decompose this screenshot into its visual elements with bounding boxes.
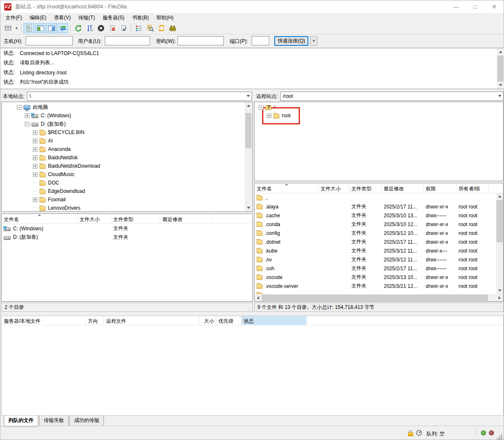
tree-item[interactable]: 此电脑: [2, 103, 252, 111]
column-header[interactable]: 最近修改: [382, 183, 424, 193]
minimize-button[interactable]: —: [447, 0, 466, 13]
tree-item[interactable]: AI: [2, 137, 252, 145]
column-header[interactable]: 最近修改: [160, 214, 212, 224]
queue-column-header[interactable]: 优先级: [216, 316, 241, 325]
expand-icon[interactable]: [33, 172, 37, 177]
filter-button[interactable]: [133, 23, 144, 33]
scroll-down-icon[interactable]: [497, 82, 504, 89]
collapse-icon[interactable]: [259, 105, 263, 110]
collapse-icon[interactable]: [17, 105, 21, 110]
tree-item[interactable]: DOC: [2, 179, 252, 187]
expand-icon[interactable]: [267, 113, 271, 118]
table-row[interactable]: .ssh文件夹2025/2/17 11...drwx------root roo…: [255, 264, 503, 273]
tree-item[interactable]: EdgeDowndload: [2, 187, 252, 195]
menu-item[interactable]: 编辑(E): [26, 13, 50, 23]
tree-item[interactable]: D: (新加卷): [2, 120, 252, 128]
chevron-down-icon[interactable]: [498, 95, 501, 97]
log-scrollbar[interactable]: [497, 48, 504, 89]
log-scrollbar-thumb[interactable]: [497, 55, 504, 82]
cancel-button[interactable]: [95, 23, 106, 33]
maximize-button[interactable]: □: [466, 0, 485, 13]
menu-item[interactable]: 服务器(S): [99, 13, 128, 23]
site-manager-dropdown-button[interactable]: ▼: [14, 23, 19, 33]
tree-item[interactable]: Anaconda: [2, 145, 252, 153]
menu-item[interactable]: 书签(B): [128, 13, 153, 23]
column-header[interactable]: 文件大小: [318, 183, 349, 193]
scroll-right-icon[interactable]: [496, 294, 503, 301]
close-button[interactable]: ✕: [485, 0, 504, 13]
local-tree-toggle-button[interactable]: [35, 23, 45, 33]
table-row[interactable]: .vscode文件夹2025/3/13 10...drwxr-xr-xroot …: [255, 273, 503, 282]
local-tree-scrollbar[interactable]: [245, 102, 252, 211]
expand-icon[interactable]: [33, 130, 37, 135]
tree-item[interactable]: Foxmail: [2, 195, 252, 204]
port-input[interactable]: [252, 36, 269, 45]
refresh-button[interactable]: [73, 23, 83, 33]
menu-item[interactable]: 查看(V): [50, 13, 74, 23]
column-header[interactable]: 文件类型: [349, 183, 382, 193]
scrollbar-thumb[interactable]: [262, 295, 488, 301]
column-header[interactable]: 权限: [424, 183, 456, 193]
table-row[interactable]: .vscode-server文件夹2025/3/21 12...drwxr-xr…: [255, 282, 503, 290]
reconnect-button[interactable]: [118, 23, 129, 33]
queue-column-header[interactable]: 大小: [199, 316, 216, 325]
table-row[interactable]: .config文件夹2025/3/12 10...drwxr-xr-xroot …: [255, 229, 503, 237]
scroll-up-icon[interactable]: [496, 193, 503, 200]
menu-item[interactable]: 传输(T): [74, 13, 98, 23]
resize-grip[interactable]: [501, 438, 502, 440]
tree-item[interactable]: C: (Windows): [2, 111, 252, 120]
scroll-down-icon[interactable]: [496, 287, 503, 294]
column-header[interactable]: 文件名: [255, 183, 318, 193]
disconnect-button[interactable]: [107, 23, 117, 33]
tree-item[interactable]: BaiduNetdiskDownload: [2, 162, 252, 170]
remote-list-scrollbar[interactable]: [496, 193, 503, 294]
tree-item[interactable]: /: [255, 103, 503, 111]
menu-item[interactable]: 帮助(H): [153, 13, 178, 23]
scroll-up-icon[interactable]: [245, 102, 252, 109]
table-row[interactable]: .alaya文件夹2025/2/17 11...drwxr-xr-xroot r…: [255, 202, 503, 211]
tree-item[interactable]: CloudMusic: [2, 170, 252, 179]
tree-item[interactable]: LenovoDrivers: [2, 204, 252, 212]
directory-comparison-button[interactable]: [145, 23, 155, 33]
scroll-left-icon[interactable]: [255, 294, 262, 301]
collapse-icon[interactable]: [25, 122, 29, 126]
column-header[interactable]: 文件类型: [111, 214, 160, 224]
site-manager-button[interactable]: [3, 23, 13, 33]
tree-item[interactable]: BaiduNetdisk: [2, 153, 252, 162]
scroll-down-icon[interactable]: [245, 204, 252, 211]
queue-column-header[interactable]: 远程文件: [104, 316, 199, 325]
queue-column-header[interactable]: 服务器/本地文件: [2, 316, 86, 325]
table-row[interactable]: ..: [255, 193, 503, 202]
transfer-queue-toggle-button[interactable]: [58, 23, 68, 33]
column-header[interactable]: 文件名: [2, 214, 77, 224]
table-row[interactable]: .dotnet文件夹2025/2/17 11...drwxr-xr-xroot …: [255, 237, 503, 246]
local-tree-scrollbar-thumb[interactable]: [245, 113, 252, 148]
expand-icon[interactable]: [33, 164, 37, 169]
scroll-up-icon[interactable]: [497, 48, 504, 55]
expand-icon[interactable]: [33, 139, 37, 143]
tab-successful-transfers[interactable]: 成功的传输: [69, 416, 104, 426]
column-header[interactable]: [489, 183, 503, 193]
message-log-toggle-button[interactable]: [24, 23, 34, 33]
remote-tree-toggle-button[interactable]: [46, 23, 57, 33]
username-input[interactable]: [105, 36, 150, 45]
table-row[interactable]: D: (新加卷)文件夹: [2, 233, 252, 242]
tab-failed-transfers[interactable]: 传输失败: [39, 416, 69, 426]
menu-item[interactable]: 文件(F): [2, 13, 26, 23]
process-queue-button[interactable]: [84, 23, 95, 33]
remote-site-combobox[interactable]: /root: [280, 92, 504, 101]
table-row[interactable]: .kube文件夹2025/3/12 11...drwxr-x---root ro…: [255, 246, 503, 255]
queue-column-header[interactable]: 状态: [241, 316, 307, 325]
table-row[interactable]: .conda文件夹2025/3/10 12...drwxr-xr-xroot r…: [255, 220, 503, 229]
table-row[interactable]: .cache文件夹2025/3/10 13...drwx------root r…: [255, 211, 503, 220]
quickconnect-button[interactable]: 快速连接(Q): [274, 36, 308, 46]
quickconnect-dropdown-button[interactable]: ▼: [310, 36, 318, 46]
tree-item[interactable]: root: [255, 111, 503, 120]
remote-list-hscrollbar[interactable]: [255, 294, 503, 301]
find-files-button[interactable]: [167, 23, 178, 33]
password-input[interactable]: [178, 36, 224, 45]
transfer-queue-list[interactable]: [1, 325, 504, 416]
chevron-down-icon[interactable]: [247, 95, 250, 97]
column-header[interactable]: [212, 214, 252, 224]
host-input[interactable]: [26, 36, 73, 45]
